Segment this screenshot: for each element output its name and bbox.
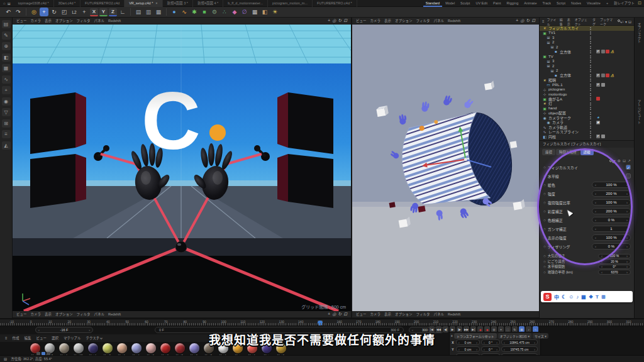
search-icon[interactable] — [609, 160, 612, 162]
menu-options[interactable]: オプション — [55, 18, 73, 23]
pos-y-field[interactable]: ‹0 cm› — [456, 346, 480, 352]
value-field[interactable]: ‹0 %› — [592, 243, 631, 250]
menu-camera[interactable]: カメラ — [370, 312, 381, 317]
menu-display[interactable]: 表示 — [45, 312, 52, 317]
menu-display[interactable]: 表示 — [384, 18, 391, 23]
snap-icon[interactable]: ⊞ — [2, 119, 11, 128]
pos-x-field[interactable]: ‹0 cm› — [456, 339, 480, 345]
lock-z-button[interactable]: Z — [109, 8, 117, 16]
hamburger-icon[interactable]: ≡ — [451, 334, 453, 337]
texture-tag-icon[interactable] — [601, 83, 605, 87]
home-icon[interactable]: ⌂ — [621, 19, 624, 24]
value-field[interactable]: ‹200 %› — [592, 208, 631, 214]
layout-tab-paint[interactable]: Paint — [491, 0, 504, 7]
menu-view[interactable]: 表示 — [567, 17, 572, 26]
value-field[interactable]: ‹200 %› — [592, 190, 631, 197]
layout-tab-model[interactable]: Model — [443, 0, 457, 7]
layout-tab-nodes[interactable]: Nodes — [569, 0, 584, 7]
tree-item[interactable]: ⊹pictogram — [540, 87, 634, 92]
home-icon[interactable]: ⌂ — [3, 1, 6, 6]
monitor-icon[interactable]: ⊡ — [638, 1, 641, 6]
redo-icon[interactable]: ↷ — [14, 8, 23, 16]
menu-view[interactable]: ビュー — [356, 18, 367, 23]
black-sphere[interactable] — [175, 241, 187, 253]
tree-item[interactable]: ⊞2 — [540, 45, 634, 50]
menu-view[interactable]: ビュー — [16, 18, 27, 23]
menu-edit[interactable]: 編集 — [560, 17, 565, 26]
doc-tab[interactable]: pictogram_motion_m... — [268, 0, 313, 7]
transform-reset-button[interactable]: トランスフォームリセット — [454, 333, 497, 339]
doc-tab[interactable]: FUTURERETRO.c4d * — [313, 0, 357, 7]
ime-keyboard-icon[interactable]: ▦ — [581, 294, 586, 300]
lock-y-button[interactable]: Y — [99, 8, 108, 16]
menu-view[interactable]: ビュー — [36, 336, 47, 341]
tree-item[interactable]: ⊞2 — [540, 40, 634, 45]
render-settings-icon[interactable]: ▦ — [154, 8, 163, 16]
spline-pen-icon[interactable]: ∿ — [180, 8, 189, 16]
texture-tag-icon[interactable] — [601, 134, 605, 138]
menu-texture[interactable]: テクスチャ — [86, 336, 103, 341]
prev-frame-icon[interactable]: ◀| — [443, 326, 448, 332]
value-field[interactable]: ‹100 %› — [592, 234, 631, 241]
close-icon[interactable]: × — [155, 1, 157, 5]
add-layout-button[interactable]: + — [604, 0, 611, 7]
menu-display[interactable]: 表示 — [45, 18, 52, 23]
tree-item[interactable]: ◧円柱F — [540, 134, 634, 140]
pan-icon[interactable]: + — [328, 312, 330, 317]
menu-object[interactable]: オブジェクト — [575, 17, 590, 26]
menu-filter[interactable]: フィルタ — [77, 18, 91, 23]
size-mode-dropdown[interactable]: サイズ ▾ — [533, 333, 548, 339]
camera-tag-icon[interactable]: ▣ — [596, 121, 600, 124]
menu-options[interactable]: オプション — [395, 18, 413, 23]
checkbox-checked[interactable]: ✓ — [626, 165, 631, 170]
value-field[interactable]: ‹0 %› — [592, 217, 631, 223]
ime-emoji-icon[interactable]: ☺ — [569, 294, 574, 300]
orbit-icon[interactable]: ↻ — [338, 18, 341, 23]
menu-tag[interactable]: タグ — [592, 17, 597, 26]
sogou-logo-icon[interactable]: S — [543, 293, 552, 301]
lock-icon[interactable]: ⊡ — [623, 158, 626, 163]
value-field[interactable]: ‹100 %› — [592, 199, 631, 206]
layout-tab-script[interactable]: Script — [554, 0, 568, 7]
tab-objects-vertical[interactable]: オブジェクト — [637, 23, 642, 43]
doc-tab-active[interactable]: VR_setup.c4d *× — [125, 0, 162, 7]
pan-icon[interactable]: + — [328, 18, 330, 23]
maximize-view-icon[interactable]: ⊡ — [531, 18, 535, 23]
menu-camera[interactable]: カメラ — [370, 18, 381, 23]
phong-tag-icon[interactable]: F — [596, 74, 600, 77]
status-menu-icon[interactable]: ▤ — [4, 357, 7, 361]
phong-tag-icon[interactable]: F — [596, 83, 600, 87]
viewport-solo-icon[interactable]: ◉ — [2, 97, 11, 106]
menu-redshift[interactable]: Redshift — [448, 19, 460, 23]
render-icon[interactable]: ▥ — [144, 8, 153, 16]
volume-icon[interactable]: ▦ — [250, 8, 259, 16]
tree-item[interactable]: ☀照明 — [540, 78, 634, 83]
tab-time-location[interactable]: 時間と場所 — [556, 149, 580, 155]
viewport-right-scene[interactable] — [352, 25, 539, 311]
menu-camera[interactable]: カメラ — [31, 312, 42, 317]
tree-item[interactable]: ▣TV — [540, 54, 634, 59]
tree-item-physical-sky[interactable]: ☀フィジカルスカイ — [540, 26, 634, 31]
menu-file[interactable]: ファイル — [547, 17, 557, 26]
menu-display[interactable]: 表示 — [384, 312, 391, 317]
menu-redshift[interactable]: Redshift — [108, 312, 121, 316]
mograph-icon[interactable]: ✱ — [190, 8, 199, 16]
value-field[interactable]: ‹100 %› — [598, 254, 631, 259]
prev-key-icon[interactable]: ◀◀ — [436, 326, 441, 332]
phong-tag-icon[interactable]: F — [596, 134, 600, 138]
viewport-left-scene[interactable]: C グリッド間隔 : 500 cm — [13, 25, 351, 311]
cloner-icon[interactable]: ∴ — [220, 8, 229, 16]
material-tag-icon[interactable] — [606, 50, 609, 53]
menu-panel[interactable]: パネル — [433, 18, 444, 23]
layout-tab-animate[interactable]: Animate — [521, 0, 539, 7]
tweak-mode-icon[interactable]: ▽ — [2, 108, 11, 116]
maximize-view-icon[interactable]: ⊡ — [343, 312, 347, 317]
zoom-icon[interactable]: ◎ — [332, 312, 336, 317]
value-field[interactable]: ‹20 %› — [598, 259, 631, 264]
tree-item[interactable]: ☀灯 — [540, 101, 634, 106]
edges-mode-icon[interactable]: ▦ — [2, 64, 11, 72]
menu-filter[interactable]: フィルタ — [77, 312, 91, 317]
model-mode-icon[interactable]: ▤ — [2, 20, 11, 28]
target-tag-icon[interactable]: ⌖ — [596, 116, 600, 119]
doc-tab[interactable]: 新規4面図 3 * — [163, 0, 193, 7]
